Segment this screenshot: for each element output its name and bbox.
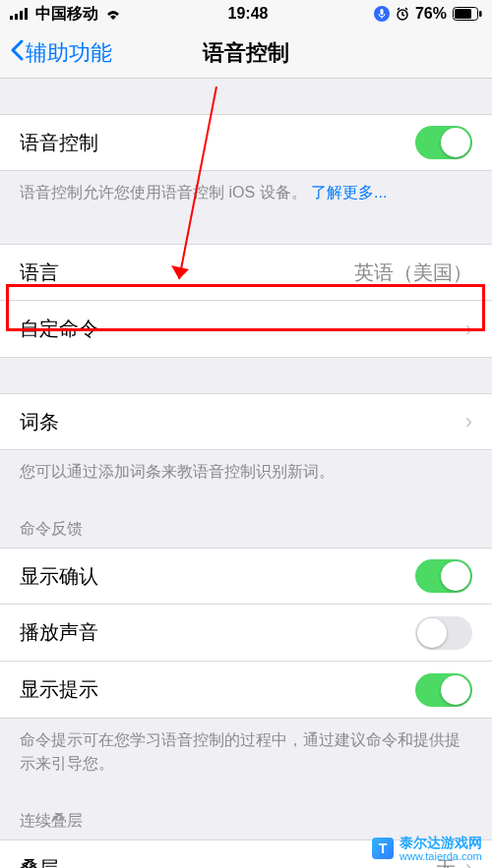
- chevron-right-icon: ›: [465, 409, 472, 434]
- watermark-brand: 泰尔达游戏网: [400, 836, 482, 850]
- command-feedback-header: 命令反馈: [0, 511, 492, 548]
- custom-commands-row[interactable]: 自定命令 ›: [0, 301, 492, 358]
- show-confirmation-switch[interactable]: [415, 559, 472, 593]
- learn-more-link[interactable]: 了解更多...: [311, 184, 387, 201]
- vocabulary-label: 词条: [20, 409, 59, 435]
- page-title: 语音控制: [203, 38, 289, 68]
- signal-icon: [10, 8, 30, 20]
- play-sound-label: 播放声音: [20, 619, 98, 646]
- show-confirmation-label: 显示确认: [20, 563, 98, 590]
- watermark-url: www.taierda.com: [400, 850, 482, 862]
- chevron-right-icon: ›: [465, 317, 472, 342]
- back-button[interactable]: 辅助功能: [10, 38, 112, 68]
- vocabulary-footer: 您可以通过添加词条来教语音控制识别新词。: [0, 450, 492, 488]
- svg-rect-8: [455, 9, 471, 19]
- overlay-label: 叠层: [20, 855, 59, 869]
- svg-rect-9: [479, 11, 482, 17]
- voice-control-row[interactable]: 语音控制: [0, 114, 492, 171]
- nav-header: 辅助功能 语音控制: [0, 28, 492, 79]
- svg-rect-1: [15, 14, 18, 20]
- show-hints-switch[interactable]: [415, 673, 472, 707]
- play-sound-row[interactable]: 播放声音: [0, 605, 492, 662]
- back-label: 辅助功能: [26, 38, 112, 68]
- show-hints-label: 显示提示: [20, 676, 98, 703]
- show-confirmation-row[interactable]: 显示确认: [0, 548, 492, 605]
- mic-indicator-icon: [374, 6, 390, 22]
- watermark: T 泰尔达游戏网 www.taierda.com: [372, 836, 482, 862]
- clock: 19:48: [228, 5, 269, 23]
- vocabulary-row[interactable]: 词条 ›: [0, 393, 492, 450]
- language-value: 英语（美国）: [354, 260, 472, 286]
- svg-rect-3: [25, 8, 28, 20]
- command-feedback-footer: 命令提示可在您学习语音控制的过程中，通过建议命令和提供提示来引导您。: [0, 719, 492, 780]
- chevron-left-icon: [10, 39, 24, 67]
- wifi-icon: [104, 8, 122, 20]
- battery-percent: 76%: [415, 5, 447, 23]
- play-sound-switch[interactable]: [415, 616, 472, 650]
- watermark-logo-icon: T: [372, 838, 394, 859]
- language-row[interactable]: 语言 英语（美国）: [0, 244, 492, 301]
- svg-rect-5: [380, 9, 383, 15]
- custom-commands-label: 自定命令: [20, 316, 98, 342]
- status-bar: 中国移动 19:48 76%: [0, 0, 492, 28]
- battery-icon: [453, 7, 482, 21]
- voice-control-switch[interactable]: [415, 126, 472, 159]
- voice-control-label: 语音控制: [20, 130, 98, 156]
- voice-control-footer: 语音控制允许您使用语音控制 iOS 设备。 了解更多...: [0, 171, 492, 208]
- show-hints-row[interactable]: 显示提示: [0, 662, 492, 719]
- language-label: 语言: [20, 260, 59, 286]
- svg-rect-2: [20, 11, 23, 20]
- carrier-label: 中国移动: [35, 4, 98, 25]
- alarm-icon: [396, 7, 409, 21]
- svg-rect-0: [10, 16, 13, 20]
